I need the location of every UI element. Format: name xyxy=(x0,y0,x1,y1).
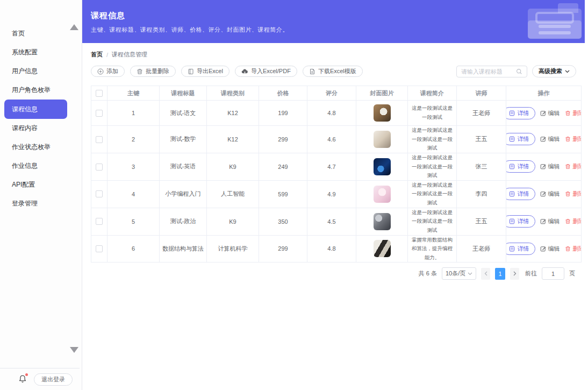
row-actions: 详情 编辑 删除 xyxy=(508,188,579,200)
cell-intro: 这是一段测试这是一段测试这是一段测试 xyxy=(408,153,457,180)
table-row: 4 小学编程入门 人工智能 599 4.9 这是一段测试这是一段测试这是一段测试… xyxy=(91,180,582,208)
cell-rating: 4.5 xyxy=(307,208,356,235)
row-checkbox[interactable] xyxy=(96,218,103,225)
cell-id: 3 xyxy=(107,153,160,180)
delete-button[interactable]: 删除 xyxy=(565,162,582,171)
cell-select xyxy=(91,126,107,153)
breadcrumb-home[interactable]: 首页 xyxy=(91,51,103,59)
delete-button[interactable]: 删除 xyxy=(565,245,582,253)
edit-button[interactable]: 编辑 xyxy=(540,245,560,253)
cell-price: 350 xyxy=(259,208,307,235)
row-checkbox[interactable] xyxy=(96,190,103,197)
sidebar-item-home[interactable]: 首页 xyxy=(0,24,82,43)
cell-price: 299 xyxy=(259,235,307,263)
select-all-checkbox[interactable] xyxy=(96,90,103,97)
row-actions: 详情 编辑 删除 xyxy=(508,133,579,145)
cell-cover xyxy=(356,126,408,153)
header-intro: 课程简介 xyxy=(408,86,457,101)
trash-icon xyxy=(565,164,571,169)
cell-intro: 这是一段测试这是一段测试这是一段测试 xyxy=(408,126,457,153)
page-size-select[interactable]: 10条/页 xyxy=(442,267,476,280)
sidebar-footer: 退出登录 xyxy=(0,368,80,390)
cover-image xyxy=(374,131,391,148)
cell-select xyxy=(91,235,107,263)
header-price: 价格 xyxy=(259,86,307,101)
page-number-1[interactable]: 1 xyxy=(495,268,505,280)
download-template-button[interactable]: 下载Excel模版 xyxy=(303,66,363,77)
cell-id: 4 xyxy=(107,180,160,208)
batch-delete-button[interactable]: 批量删除 xyxy=(130,66,176,77)
trash-icon xyxy=(565,218,571,224)
delete-button[interactable]: 删除 xyxy=(565,190,582,198)
search-icon[interactable] xyxy=(516,68,522,75)
row-checkbox[interactable] xyxy=(96,110,103,117)
sidebar-item-user-info[interactable]: 用户信息 xyxy=(0,62,82,81)
cell-id: 1 xyxy=(107,101,160,126)
next-page-button[interactable] xyxy=(510,268,519,280)
table-row: 6 数据结构与算法 计算机科学 299 4.8 掌握常用数据结构和算法，提升编程… xyxy=(91,235,582,263)
bell-icon[interactable] xyxy=(18,374,27,384)
prev-page-button[interactable] xyxy=(481,268,490,280)
page-banner: 课程信息 主键、课程标题、课程类别、讲师、价格、评分、封面图片、课程简介。 xyxy=(82,0,585,43)
edit-button[interactable]: 编辑 xyxy=(540,162,560,171)
logout-button[interactable]: 退出登录 xyxy=(34,373,73,386)
cell-cover xyxy=(356,101,408,126)
sidebar-item-login-management[interactable]: 登录管理 xyxy=(0,194,82,213)
sidebar-item-homework-info[interactable]: 作业信息 xyxy=(0,157,82,175)
sidebar-item-user-role-enum[interactable]: 用户角色枚举 xyxy=(0,81,82,100)
row-checkbox[interactable] xyxy=(96,136,103,143)
document-icon xyxy=(509,136,515,142)
header-rating: 评分 xyxy=(307,86,356,101)
scroll-down-icon[interactable] xyxy=(70,347,78,353)
add-button[interactable]: 添加 xyxy=(91,66,125,77)
cell-price: 249 xyxy=(259,153,307,180)
detail-button[interactable]: 详情 xyxy=(506,107,535,119)
search-input[interactable] xyxy=(461,68,516,75)
header-id: 主键 xyxy=(107,86,160,101)
edit-button[interactable]: 编辑 xyxy=(540,217,560,225)
delete-button[interactable]: 删除 xyxy=(565,217,582,225)
sidebar-item-course-info[interactable]: 课程信息 xyxy=(4,100,67,119)
table-row: 2 测试-数学 K12 299 4.6 这是一段测试这是一段测试这是一段测试 王… xyxy=(91,126,582,153)
sidebar-item-system-config[interactable]: 系统配置 xyxy=(0,43,82,62)
detail-button[interactable]: 详情 xyxy=(506,160,535,173)
delete-button[interactable]: 删除 xyxy=(565,135,582,143)
advanced-search-button[interactable]: 高级搜索 xyxy=(532,65,576,77)
detail-button[interactable]: 详情 xyxy=(506,243,535,255)
detail-button[interactable]: 详情 xyxy=(506,215,535,228)
cell-intro: 掌握常用数据结构和算法，提升编程能力。 xyxy=(408,235,457,263)
cell-rating: 4.7 xyxy=(307,153,356,180)
cover-image xyxy=(374,240,391,257)
sidebar-item-homework-status-enum[interactable]: 作业状态枚举 xyxy=(0,138,82,157)
row-actions: 详情 编辑 删除 xyxy=(508,243,579,255)
sidebar-item-api-config[interactable]: API配置 xyxy=(0,175,82,194)
import-excel-pdf-button[interactable]: 导入Excel/PDF xyxy=(235,66,297,77)
table-row: 1 测试-语文 K12 199 4.8 这是一段测试这是一段测试 王老师 详情 … xyxy=(91,101,582,126)
edit-square-icon xyxy=(540,246,546,252)
export-excel-button[interactable]: 导出Excel xyxy=(181,66,230,77)
row-checkbox[interactable] xyxy=(96,245,103,252)
detail-button[interactable]: 详情 xyxy=(506,188,535,200)
cell-title: 测试-英语 xyxy=(160,153,207,180)
breadcrumb-current: 课程信息管理 xyxy=(112,51,147,59)
cell-teacher: 张三 xyxy=(457,153,506,180)
row-actions: 详情 编辑 删除 xyxy=(508,160,579,173)
edit-button[interactable]: 编辑 xyxy=(540,109,560,117)
cell-title: 小学编程入门 xyxy=(160,180,207,208)
sidebar: 首页 系统配置 用户信息 用户角色枚举 课程信息 课程内容 作业状态枚举 作业信… xyxy=(0,0,82,390)
detail-button[interactable]: 详情 xyxy=(506,133,535,145)
document-icon xyxy=(509,164,515,169)
document-icon xyxy=(509,110,515,116)
trash-icon xyxy=(565,191,571,197)
row-actions: 详情 编辑 删除 xyxy=(508,215,579,228)
document-icon xyxy=(509,218,515,224)
breadcrumb-separator: / xyxy=(106,52,108,58)
cover-image xyxy=(374,158,391,175)
goto-page-input[interactable] xyxy=(542,267,564,280)
sidebar-item-course-content[interactable]: 课程内容 xyxy=(0,119,82,138)
delete-button[interactable]: 删除 xyxy=(565,109,582,117)
row-checkbox[interactable] xyxy=(96,164,103,171)
trash-icon xyxy=(137,68,143,75)
edit-button[interactable]: 编辑 xyxy=(540,190,560,198)
edit-button[interactable]: 编辑 xyxy=(540,135,560,143)
